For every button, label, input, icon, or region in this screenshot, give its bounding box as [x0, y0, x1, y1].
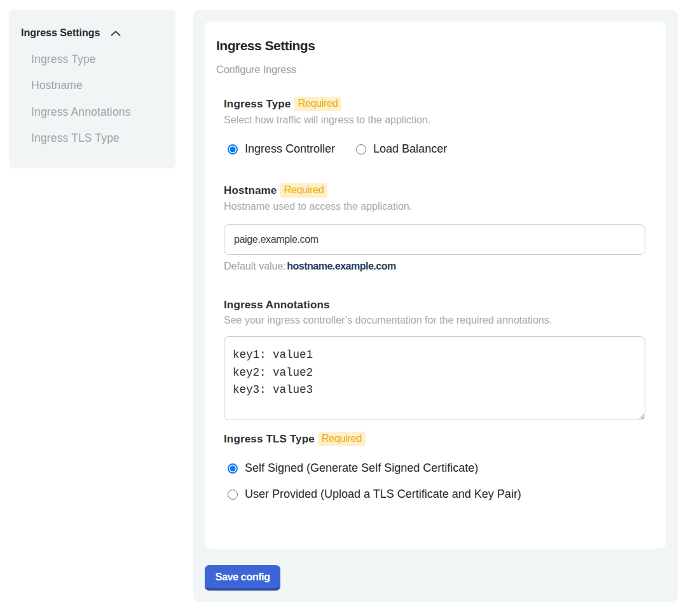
ingress-annotations-textarea-wrap: key1: value1 key2: value2 key3: value3 [224, 336, 647, 420]
hostname-input[interactable] [224, 224, 645, 255]
config-card: Ingress Settings Configure Ingress Ingre… [205, 22, 666, 549]
ingress-tls-radio-group: Self Signed (Generate Self Signed Certif… [224, 462, 647, 500]
radio-ingress-controller[interactable]: Ingress Controller [224, 143, 335, 155]
radio-self-signed[interactable]: Self Signed (Generate Self Signed Certif… [224, 462, 647, 474]
radio-load-balancer[interactable]: Load Balancer [352, 143, 447, 155]
radio-unselected-icon[interactable] [228, 489, 238, 500]
ingress-tls-type-header-row: Ingress TLS Type Required [224, 432, 647, 446]
ingress-type-radio-group: Ingress Controller Load Balancer [224, 143, 647, 155]
sidebar-group-title: Ingress Settings [21, 27, 100, 39]
required-badge: Required [280, 183, 327, 198]
hostname-input-wrap [224, 224, 647, 255]
ingress-type-description: Select how traffic will ingress to the a… [224, 114, 647, 126]
sidebar-item-ingress-tls-type[interactable]: Ingress TLS Type [21, 132, 163, 144]
section-ingress-type: Ingress Type Required Select how traffic… [224, 97, 647, 155]
hostname-header-row: Hostname Required [224, 183, 647, 198]
sidebar-group-header[interactable]: Ingress Settings [21, 27, 163, 39]
config-main-panel: Ingress Settings Configure Ingress Ingre… [193, 10, 678, 602]
save-config-button[interactable]: Save config [205, 565, 280, 591]
chevron-up-icon [111, 31, 121, 36]
page-title: Ingress Settings [216, 38, 647, 53]
hostname-default-line: Default value: hostname.example.com [224, 261, 647, 272]
ingress-tls-type-label: Ingress TLS Type [224, 433, 315, 446]
sidebar-item-ingress-type[interactable]: Ingress Type [21, 53, 163, 65]
ingress-type-header-row: Ingress Type Required [224, 97, 647, 111]
radio-unselected-icon[interactable] [356, 144, 366, 154]
required-badge: Required [294, 97, 341, 111]
sidebar-item-ingress-annotations[interactable]: Ingress Annotations [21, 106, 163, 118]
radio-selected-icon[interactable] [228, 463, 238, 474]
hostname-description: Hostname used to access the application. [224, 201, 647, 212]
sidebar-items: Ingress Type Hostname Ingress Annotation… [21, 53, 163, 145]
section-ingress-annotations: Ingress Annotations See your ingress con… [224, 299, 647, 420]
sidebar-item-hostname[interactable]: Hostname [21, 79, 163, 92]
required-badge: Required [318, 432, 366, 446]
radio-user-provided[interactable]: User Provided (Upload a TLS Certificate … [224, 488, 647, 500]
section-ingress-tls-type: Ingress TLS Type Required Self Signed (G… [224, 432, 647, 500]
ingress-annotations-textarea[interactable]: key1: value1 key2: value2 key3: value3 [224, 336, 645, 420]
hostname-label: Hostname [224, 184, 277, 197]
hostname-default-value: hostname.example.com [287, 261, 395, 271]
ingress-annotations-label: Ingress Annotations [224, 299, 330, 311]
section-hostname: Hostname Required Hostname used to acces… [224, 183, 647, 272]
ingress-type-label: Ingress Type [224, 98, 291, 111]
ingress-annotations-description: See your ingress controller’s documentat… [224, 315, 647, 326]
ingress-annotations-header-row: Ingress Annotations [224, 299, 647, 311]
config-groups-sidebar: Ingress Settings Ingress Type Hostname I… [9, 10, 175, 168]
radio-selected-icon[interactable] [228, 144, 238, 154]
hostname-default-label: Default value: [224, 261, 286, 271]
page-subtitle: Configure Ingress [216, 64, 647, 76]
